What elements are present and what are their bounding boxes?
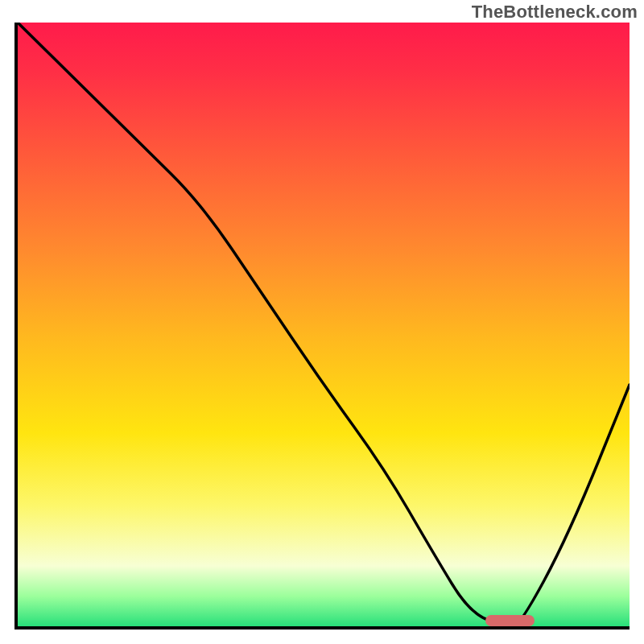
- plot-area: [14, 23, 630, 630]
- optimal-range-marker: [485, 615, 535, 626]
- bottleneck-curve: [18, 23, 630, 626]
- chart-container: TheBottleneck.com: [0, 0, 644, 644]
- watermark-text: TheBottleneck.com: [472, 2, 638, 23]
